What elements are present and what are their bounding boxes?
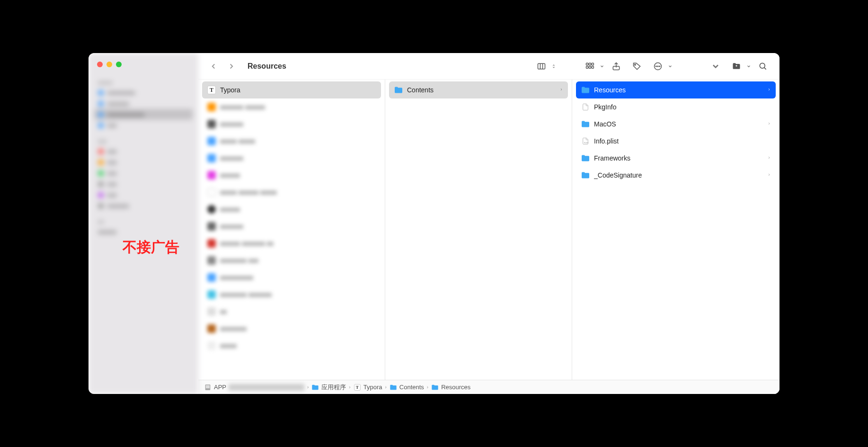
- main-area: Resources: [198, 53, 779, 394]
- svg-text:PLIST: PLIST: [584, 142, 588, 144]
- folder-icon: [390, 384, 397, 391]
- path-label: 应用程序: [321, 383, 346, 392]
- svg-rect-16: [736, 65, 736, 66]
- chevron-right-icon: [767, 172, 771, 179]
- column-header-contents[interactable]: Contents: [389, 81, 568, 98]
- row-label: Frameworks: [594, 154, 763, 162]
- folder-icon: [581, 153, 590, 163]
- column-3[interactable]: Resources PkgInfo MacOS: [572, 80, 779, 380]
- share-button[interactable]: [607, 59, 625, 73]
- chevron-right-icon: ›: [349, 384, 350, 390]
- row-resources[interactable]: Resources: [576, 81, 776, 98]
- path-label: Resources: [441, 384, 470, 391]
- dropdown-button[interactable]: [707, 59, 725, 73]
- t-icon: T: [354, 384, 361, 391]
- svg-point-12: [655, 66, 656, 67]
- finder-window: xxxxx xxxxxxxxx xxxxxxx xxxxxxxxxxxx xxx…: [89, 53, 779, 394]
- action-menu-button[interactable]: [649, 59, 673, 73]
- svg-rect-7: [589, 66, 591, 68]
- back-button[interactable]: [206, 60, 221, 73]
- chevron-right-icon: ›: [307, 384, 309, 390]
- path-label: Contents: [399, 384, 424, 391]
- window-title: Resources: [248, 62, 286, 71]
- folder-icon: [581, 85, 590, 95]
- path-segment-typora[interactable]: T Typora: [354, 384, 382, 391]
- chevron-right-icon: [559, 87, 563, 93]
- maximize-button[interactable]: [116, 62, 122, 67]
- column-2[interactable]: Contents: [385, 80, 572, 380]
- path-segment-disk[interactable]: APP: [204, 384, 304, 391]
- svg-point-10: [635, 64, 636, 65]
- path-segment-contents[interactable]: Contents: [390, 384, 424, 391]
- path-bar: APP › 应用程序 › T Typora › Contents: [198, 380, 779, 394]
- chevron-right-icon: ›: [385, 384, 386, 390]
- file-icon: [581, 102, 590, 112]
- svg-rect-21: [206, 385, 210, 388]
- svg-rect-0: [538, 63, 545, 69]
- row-macos[interactable]: MacOS: [576, 116, 776, 133]
- folder-icon: [581, 170, 590, 180]
- svg-rect-8: [592, 66, 593, 68]
- row-label: PkgInfo: [594, 103, 771, 111]
- row-label: Info.plist: [594, 137, 771, 145]
- forward-button[interactable]: [224, 60, 239, 73]
- chevron-right-icon: [767, 87, 771, 93]
- svg-point-17: [760, 63, 765, 68]
- chevron-right-icon: ›: [427, 384, 428, 390]
- row-label: MacOS: [594, 120, 763, 128]
- svg-line-18: [764, 67, 766, 69]
- row-label: _CodeSignature: [594, 171, 763, 179]
- tags-button[interactable]: [628, 59, 646, 73]
- sidebar: xxxxx xxxxxxxxx xxxxxxx xxxxxxxxxxxx xxx…: [89, 53, 198, 394]
- svg-rect-4: [589, 63, 591, 65]
- folder-icon: [581, 119, 590, 129]
- group-by-button[interactable]: [581, 59, 604, 73]
- close-button[interactable]: [97, 62, 103, 67]
- row-infoplist[interactable]: PLIST Info.plist: [576, 133, 776, 150]
- path-segment-applications[interactable]: 应用程序: [311, 383, 346, 392]
- svg-rect-3: [586, 63, 588, 65]
- svg-rect-6: [586, 66, 588, 68]
- path-segment-resources[interactable]: Resources: [431, 384, 470, 391]
- chevron-right-icon: [767, 121, 771, 127]
- window-controls: [97, 62, 122, 67]
- new-folder-button[interactable]: [727, 59, 751, 73]
- svg-point-13: [657, 66, 658, 67]
- row-label: Resources: [594, 86, 763, 94]
- column-view: T Typora xxxxxxx xxxxxx xxxxxxx xxxxx xx…: [198, 80, 779, 380]
- row-frameworks[interactable]: Frameworks: [576, 150, 776, 167]
- column-header-label: Contents: [407, 86, 556, 94]
- row-pkginfo[interactable]: PkgInfo: [576, 98, 776, 116]
- folder-icon: [394, 85, 403, 95]
- path-label: APP: [214, 384, 226, 391]
- disk-icon: [204, 384, 212, 391]
- folder-icon: [311, 384, 319, 391]
- search-button[interactable]: [754, 59, 772, 73]
- svg-rect-5: [592, 63, 593, 65]
- column-1[interactable]: T Typora xxxxxxx xxxxxx xxxxxxx xxxxx xx…: [198, 80, 385, 380]
- toolbar: Resources: [198, 53, 779, 80]
- plist-icon: PLIST: [581, 136, 590, 146]
- row-codesignature[interactable]: _CodeSignature: [576, 167, 776, 184]
- svg-point-14: [659, 66, 660, 67]
- path-label: Typora: [363, 384, 382, 391]
- column-header-typora[interactable]: T Typora: [202, 81, 381, 98]
- column-header-label: Typora: [220, 86, 376, 94]
- view-columns-button[interactable]: [532, 59, 556, 73]
- t-icon: T: [207, 85, 216, 95]
- minimize-button[interactable]: [106, 62, 112, 67]
- chevron-right-icon: [767, 155, 771, 161]
- folder-icon: [431, 384, 439, 391]
